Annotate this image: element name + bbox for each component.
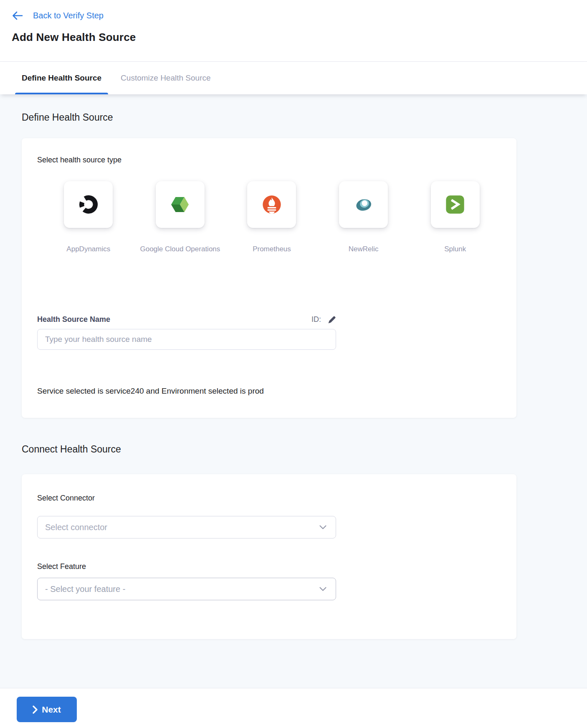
- page-header: Back to Verify Step Add New Health Sourc…: [0, 0, 587, 62]
- appdynamics-label: AppDynamics: [66, 245, 110, 253]
- source-type-google-cloud-operations: Google Cloud Operations: [134, 181, 226, 253]
- active-tab-indicator: [15, 93, 108, 94]
- select-connector-label: Select Connector: [37, 494, 501, 503]
- newrelic-label: NewRelic: [349, 245, 379, 253]
- select-feature-label: Select Feature: [37, 562, 501, 571]
- splunk-label: Splunk: [444, 245, 466, 253]
- back-link[interactable]: Back to Verify Step: [12, 9, 575, 22]
- newrelic-icon: [353, 195, 374, 215]
- newrelic-card[interactable]: [339, 181, 388, 228]
- prometheus-icon: [261, 194, 283, 215]
- tab-customize-health-source[interactable]: Customize Health Source: [121, 62, 210, 94]
- health-source-name-input[interactable]: [37, 329, 336, 350]
- google-cloud-operations-icon: [170, 195, 190, 215]
- chevron-down-icon: [319, 587, 326, 592]
- page-title: Add New Health Source: [12, 31, 575, 44]
- connector-select-placeholder: Select connector: [45, 523, 107, 532]
- back-arrow-icon: [12, 11, 23, 20]
- source-type-prometheus: Prometheus: [226, 181, 318, 253]
- footer-bar: Next: [0, 688, 587, 728]
- splunk-icon: [444, 194, 466, 215]
- service-environment-note: Service selected is service240 and Envir…: [37, 387, 501, 396]
- appdynamics-icon: [79, 195, 98, 214]
- main-content: Define Health Source Select health sourc…: [0, 94, 587, 688]
- next-button[interactable]: Next: [17, 697, 77, 722]
- edit-id-pencil-icon[interactable]: [328, 316, 336, 324]
- connector-select[interactable]: Select connector: [37, 516, 336, 538]
- source-type-newrelic: NewRelic: [318, 181, 410, 253]
- tab-define-health-source[interactable]: Define Health Source: [22, 62, 101, 94]
- health-source-name-label: Health Source Name: [37, 315, 110, 324]
- source-type-splunk: Splunk: [409, 181, 501, 253]
- chevron-right-icon: [33, 705, 38, 714]
- health-source-name-row: Health Source Name ID:: [37, 315, 336, 324]
- connect-section-heading: Connect Health Source: [22, 418, 587, 455]
- next-button-label: Next: [42, 705, 61, 715]
- select-type-label: Select health source type: [37, 156, 501, 164]
- source-type-appdynamics: AppDynamics: [43, 181, 134, 253]
- connect-health-source-panel: Select Connector Select connector Select…: [22, 474, 516, 639]
- appdynamics-card[interactable]: [64, 181, 113, 228]
- source-type-list: AppDynamics Google Cloud Operations: [43, 181, 501, 253]
- prometheus-card[interactable]: [247, 181, 296, 228]
- define-section-heading: Define Health Source: [22, 94, 587, 123]
- google-cloud-operations-card[interactable]: [156, 181, 205, 228]
- feature-select[interactable]: - Select your feature -: [37, 578, 336, 600]
- back-link-label: Back to Verify Step: [33, 11, 104, 20]
- define-health-source-panel: Select health source type AppDynamics: [22, 138, 516, 418]
- chevron-down-icon: [319, 525, 326, 530]
- prometheus-label: Prometheus: [253, 245, 291, 253]
- tab-bar: Define Health Source Customize Health So…: [0, 62, 587, 94]
- feature-select-placeholder: - Select your feature -: [45, 584, 125, 594]
- google-cloud-operations-label: Google Cloud Operations: [140, 245, 220, 253]
- splunk-card[interactable]: [431, 181, 480, 228]
- id-label: ID:: [311, 315, 321, 324]
